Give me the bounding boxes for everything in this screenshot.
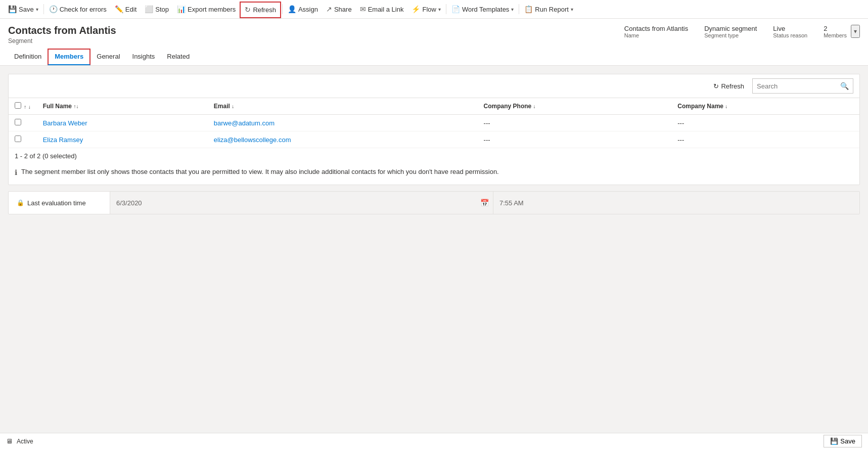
refresh-icon: ↻	[245, 6, 251, 14]
meta-name-label: Name	[624, 32, 688, 38]
row-checkbox[interactable]	[15, 119, 21, 125]
header-collapse-button[interactable]: ▾	[851, 25, 860, 38]
refresh-button[interactable]: ↻ Refresh	[240, 2, 281, 18]
stop-button[interactable]: ⬜ Stop	[141, 0, 173, 19]
page-title: Contacts from Atlantis	[8, 25, 116, 36]
col-company-name[interactable]: Company Name ↓	[671, 98, 859, 115]
assign-button[interactable]: 👤 Assign	[284, 0, 322, 19]
footer-save-button[interactable]: 💾 Save	[824, 435, 862, 447]
separator	[43, 4, 44, 14]
save-dropdown-arrow[interactable]: ▾	[36, 7, 38, 12]
footer-left: 🖥 Active	[6, 437, 33, 445]
tabs: Definition Members General Insights Rela…	[8, 49, 860, 65]
row-full-name: Eliza Ramsey	[37, 131, 208, 148]
row-company-phone: ---	[478, 131, 672, 148]
sort-fullname-icon[interactable]: ↑↓	[73, 104, 78, 109]
row-email: eliza@bellowscollege.com	[208, 131, 478, 148]
footer-save-icon: 💾	[830, 437, 838, 445]
meta-segment-type-value: Dynamic segment	[704, 25, 757, 32]
check-errors-icon: 🕐	[49, 5, 58, 13]
edit-icon: ✏️	[115, 5, 123, 13]
row-company-name: ---	[671, 115, 859, 131]
select-all-checkbox[interactable]	[15, 102, 21, 109]
search-icon[interactable]: 🔍	[840, 82, 849, 90]
share-button[interactable]: ↗ Share	[322, 0, 356, 19]
select-all-header: ↑ ↓	[9, 98, 37, 115]
meta-members: 2 Members	[824, 25, 847, 38]
eval-time-field: 7:55 AM	[493, 192, 859, 214]
sort-desc-icon[interactable]: ↓	[28, 104, 31, 110]
edit-button[interactable]: ✏️ Edit	[111, 0, 141, 19]
save-button[interactable]: 💾 Save ▾	[4, 0, 42, 19]
contact-link[interactable]: Eliza Ramsey	[43, 136, 83, 144]
share-icon: ↗	[326, 5, 332, 13]
stop-icon: ⬜	[145, 5, 153, 13]
flow-button[interactable]: ⚡ Flow ▾	[407, 0, 444, 19]
word-templates-dropdown-arrow[interactable]: ▾	[511, 7, 514, 12]
page-meta: Contacts from Atlantis Name Dynamic segm…	[624, 25, 847, 38]
page-header: Contacts from Atlantis Segment Contacts …	[0, 19, 868, 66]
eval-row: 🔒 Last evaluation time 6/3/2020 📅 7:55 A…	[9, 192, 859, 214]
table-toolbar: ↻ Refresh 🔍	[9, 74, 859, 98]
separator3	[446, 4, 446, 14]
tab-definition[interactable]: Definition	[8, 49, 48, 65]
footer: 🖥 Active 💾 Save	[0, 433, 868, 449]
notice: ℹ The segment member list only shows tho…	[9, 164, 859, 185]
members-table: ↑ ↓ Full Name ↑↓ Email ↓ Company Phone ↓	[9, 98, 859, 148]
eval-panel: 🔒 Last evaluation time 6/3/2020 📅 7:55 A…	[8, 191, 860, 214]
main-content: ↻ Refresh 🔍 ↑ ↓ Full Name ↑	[0, 66, 868, 433]
col-company-phone[interactable]: Company Phone ↓	[478, 98, 672, 115]
notice-icon: ℹ	[15, 168, 17, 176]
meta-name: Contacts from Atlantis Name	[624, 25, 688, 38]
row-company-phone: ---	[478, 115, 672, 131]
word-templates-icon: 📄	[451, 5, 460, 13]
email-link[interactable]: barwe@adatum.com	[214, 119, 275, 127]
calendar-icon[interactable]: 📅	[476, 192, 493, 214]
flow-dropdown-arrow[interactable]: ▾	[438, 7, 441, 12]
row-checkbox-cell	[9, 131, 37, 148]
eval-label: 🔒 Last evaluation time	[9, 199, 110, 207]
sort-compname-icon[interactable]: ↓	[725, 104, 727, 109]
meta-status: Live Status reason	[773, 25, 807, 38]
screen-icon: 🖥	[6, 437, 13, 445]
meta-status-value: Live	[773, 25, 807, 32]
footer-status: Active	[17, 438, 33, 445]
lock-icon: 🔒	[17, 199, 24, 206]
word-templates-button[interactable]: 📄 Word Templates ▾	[447, 0, 518, 19]
row-company-name: ---	[671, 131, 859, 148]
search-input[interactable]	[757, 82, 840, 90]
sort-email-icon[interactable]: ↓	[232, 104, 234, 109]
table-refresh-icon: ↻	[713, 82, 719, 90]
export-members-button[interactable]: 📊 Export members	[173, 0, 240, 19]
row-checkbox[interactable]	[15, 136, 21, 142]
search-box: 🔍	[752, 78, 853, 94]
meta-members-label: Members	[824, 32, 847, 38]
sort-phone-icon[interactable]: ↓	[533, 104, 536, 109]
contact-link[interactable]: Barbara Weber	[43, 119, 87, 127]
meta-segment-type-label: Segment type	[704, 32, 757, 38]
assign-icon: 👤	[288, 5, 296, 13]
col-full-name[interactable]: Full Name ↑↓	[37, 98, 208, 115]
meta-segment-type: Dynamic segment Segment type	[704, 25, 757, 38]
flow-icon: ⚡	[412, 5, 420, 13]
export-icon: 📊	[177, 5, 186, 13]
tab-related[interactable]: Related	[161, 49, 196, 65]
save-icon: 💾	[8, 5, 17, 13]
email-link-button[interactable]: ✉ Email a Link	[356, 0, 408, 19]
table-row: Barbara Weber barwe@adatum.com --- ---	[9, 115, 859, 131]
col-email[interactable]: Email ↓	[208, 98, 478, 115]
eval-fields: 6/3/2020 📅 7:55 AM	[110, 192, 859, 214]
tab-members[interactable]: Members	[48, 49, 90, 65]
run-report-button[interactable]: 📋 Run Report ▾	[520, 0, 577, 19]
tab-general[interactable]: General	[90, 49, 126, 65]
sort-asc-icon[interactable]: ↑	[24, 104, 26, 110]
email-link[interactable]: eliza@bellowscollege.com	[214, 136, 291, 144]
toolbar: 💾 Save ▾ 🕐 Check for errors ✏️ Edit ⬜ St…	[0, 0, 868, 19]
tab-insights[interactable]: Insights	[126, 49, 161, 65]
meta-name-value: Contacts from Atlantis	[624, 25, 688, 32]
row-checkbox-cell	[9, 115, 37, 131]
run-report-dropdown-arrow[interactable]: ▾	[571, 7, 573, 12]
table-refresh-button[interactable]: ↻ Refresh	[709, 80, 748, 92]
check-errors-button[interactable]: 🕐 Check for errors	[45, 0, 111, 19]
meta-members-value: 2	[824, 25, 847, 32]
